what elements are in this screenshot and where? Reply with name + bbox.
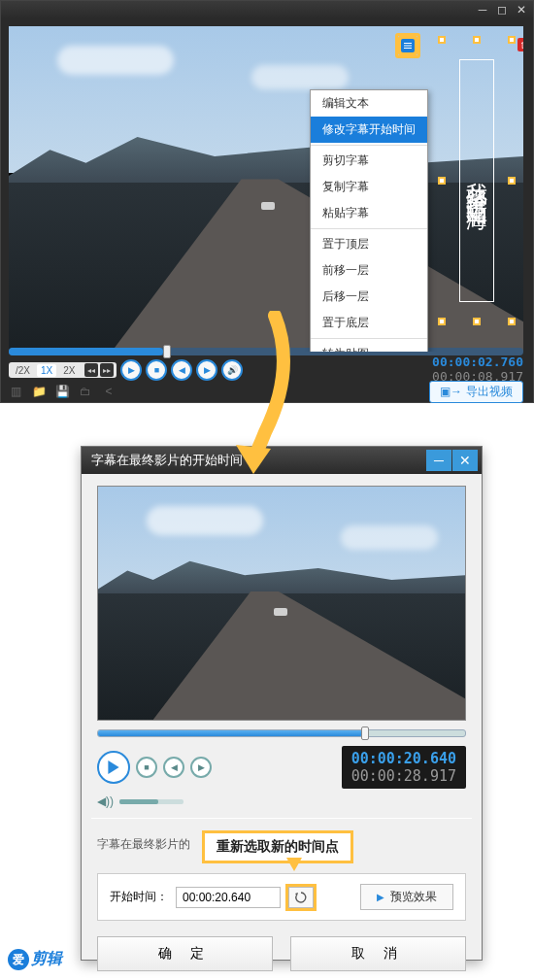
export-video-button[interactable]: ▣→ 导出视频 xyxy=(429,381,523,403)
export-icon: ▣→ xyxy=(440,385,462,398)
subtitle-handle-icon[interactable] xyxy=(398,36,417,55)
ctx-bring-front[interactable]: 置于顶层 xyxy=(311,231,427,257)
dialog-minimize-button[interactable]: ─ xyxy=(426,450,451,471)
forward-key-icon[interactable]: ▸▸ xyxy=(100,363,114,377)
new-icon[interactable]: ▥ xyxy=(9,385,22,398)
dialog-stop-button[interactable]: ■ xyxy=(136,757,157,778)
titlebar: ─ ◻ ✕ xyxy=(1,1,533,18)
speed-2x[interactable]: 2X xyxy=(59,364,79,377)
ctx-edit-text[interactable]: 编辑文本 xyxy=(311,90,427,117)
maximize-icon[interactable]: ◻ xyxy=(496,4,508,16)
speed-half[interactable]: /2X xyxy=(12,364,34,377)
current-time: 00:00:02.760 xyxy=(432,355,523,370)
volume-slider[interactable] xyxy=(119,799,184,804)
video-preview[interactable]: 🗑 我曾经跨过山和海 编辑文本 修改字幕开始时间 剪切字幕 复制字幕 粘贴字幕 … xyxy=(9,26,523,352)
svg-rect-2 xyxy=(404,48,412,49)
dialog-progress-bar[interactable] xyxy=(97,727,466,740)
progress-handle[interactable] xyxy=(163,345,171,358)
prev-frame-button[interactable]: ◀ xyxy=(171,359,192,381)
ok-button[interactable]: 确 定 xyxy=(97,936,273,971)
pick-time-button[interactable] xyxy=(288,887,314,908)
export-label: 导出视频 xyxy=(466,384,513,400)
next-frame-button[interactable]: ▶ xyxy=(196,359,217,381)
close-icon[interactable]: ✕ xyxy=(516,4,527,16)
rewind-key-icon[interactable]: ◂◂ xyxy=(84,363,98,377)
speed-1x[interactable]: 1X xyxy=(37,364,56,377)
ctx-backward[interactable]: 后移一层 xyxy=(311,284,427,310)
app-logo: 爱剪辑 xyxy=(8,949,62,971)
subtitle-bounding-box[interactable]: 🗑 我曾经跨过山和海 xyxy=(442,40,512,321)
volume-icon: ◀)) xyxy=(97,794,114,808)
dialog-close-button[interactable]: ✕ xyxy=(452,450,478,471)
dialog-time-display: 00:00:20.640 00:00:28.917 xyxy=(342,746,466,789)
speed-selector: /2X 1X 2X ◂◂ ▸▸ xyxy=(9,362,117,378)
play-icon: ▶ xyxy=(377,892,384,902)
logo-text: 剪辑 xyxy=(31,950,62,966)
open-icon[interactable]: 📁 xyxy=(32,385,46,398)
delete-subtitle-icon[interactable]: 🗑 xyxy=(517,38,523,51)
minimize-icon[interactable]: ─ xyxy=(477,4,488,16)
preview-effect-label: 预览效果 xyxy=(390,889,437,905)
context-menu: 编辑文本 修改字幕开始时间 剪切字幕 复制字幕 粘贴字幕 置于顶层 前移一层 后… xyxy=(310,89,428,352)
ctx-paste[interactable]: 粘贴字幕 xyxy=(311,200,427,226)
dialog-total-time: 00:00:28.917 xyxy=(351,767,456,785)
cancel-button[interactable]: 取 消 xyxy=(290,936,466,971)
ctx-forward[interactable]: 前移一层 xyxy=(311,257,427,284)
callout-box: 重新选取新的时间点 xyxy=(202,830,353,863)
ctx-cut[interactable]: 剪切字幕 xyxy=(311,148,427,174)
dialog-play-button[interactable] xyxy=(97,751,130,784)
subtitle-text: 我曾经跨过山和海 xyxy=(462,165,491,196)
dialog-button-row: 确 定 取 消 xyxy=(97,936,466,971)
dialog-section-row: 字幕在最终影片的 重新选取新的时间点 xyxy=(97,832,466,860)
start-time-dialog: 字幕在最终影片的开始时间 ─ ✕ ■ ◀ ▶ 00:00:20.640 00:0… xyxy=(81,446,483,961)
svg-marker-4 xyxy=(108,760,118,774)
save-icon[interactable]: 💾 xyxy=(55,385,69,398)
ctx-to-sticker[interactable]: 转为贴图 xyxy=(311,341,427,352)
start-time-row: 开始时间： ▶ 预览效果 xyxy=(97,873,466,921)
stop-button[interactable]: ■ xyxy=(146,359,167,381)
share-icon[interactable]: < xyxy=(102,385,116,398)
svg-rect-0 xyxy=(404,43,412,44)
dialog-current-time: 00:00:20.640 xyxy=(351,750,456,767)
logo-badge: 爱 xyxy=(8,949,29,970)
ctx-copy[interactable]: 复制字幕 xyxy=(311,174,427,200)
annotation-arrow xyxy=(218,311,306,476)
svg-rect-1 xyxy=(404,46,412,47)
dialog-prev-frame-button[interactable]: ◀ xyxy=(163,757,184,778)
dialog-playback-controls: ■ ◀ ▶ 00:00:20.640 00:00:28.917 xyxy=(97,746,466,789)
dialog-progress-handle[interactable] xyxy=(361,727,369,740)
callout-pointer-icon xyxy=(286,858,302,871)
svg-marker-3 xyxy=(236,445,271,474)
preview-effect-button[interactable]: ▶ 预览效果 xyxy=(360,884,453,910)
play-button[interactable]: ▶ xyxy=(120,359,142,381)
start-time-label: 开始时间： xyxy=(110,889,168,905)
dialog-next-frame-button[interactable]: ▶ xyxy=(190,757,212,778)
section-label: 字幕在最终影片的 xyxy=(97,836,190,853)
ctx-modify-start-time[interactable]: 修改字幕开始时间 xyxy=(311,117,427,143)
ctx-send-back[interactable]: 置于底层 xyxy=(311,310,427,336)
subtitle-text-box: 我曾经跨过山和海 xyxy=(459,59,494,302)
start-time-input[interactable] xyxy=(176,887,281,908)
dialog-volume-control[interactable]: ◀)) xyxy=(97,794,466,808)
dialog-video-preview[interactable] xyxy=(97,486,466,721)
folder-icon[interactable]: 🗀 xyxy=(79,385,92,398)
